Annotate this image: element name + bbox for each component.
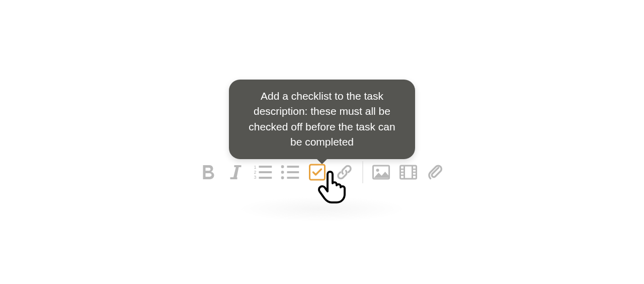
checklist-icon [309,164,326,181]
checklist-button[interactable] [308,163,327,181]
attachment-button[interactable] [427,163,445,181]
drop-shadow [236,196,408,222]
svg-rect-8 [259,177,272,179]
video-button[interactable] [399,163,418,181]
italic-button[interactable] [227,163,245,181]
image-icon [372,165,390,180]
unordered-list-icon [281,165,299,180]
svg-point-9 [281,165,284,168]
bold-icon [202,164,216,180]
ordered-list-icon: 1 2 3 [254,165,272,180]
ordered-list-button[interactable]: 1 2 3 [254,163,272,181]
video-icon [399,165,418,180]
tooltip: Add a checklist to the task description:… [229,80,415,159]
image-button[interactable] [372,163,390,181]
svg-rect-7 [259,171,272,173]
formatting-toolbar: 1 2 3 [200,161,445,183]
svg-text:3: 3 [254,175,257,180]
svg-point-10 [281,171,284,174]
link-button[interactable] [336,163,354,181]
svg-rect-12 [287,166,299,168]
italic-icon [229,164,243,180]
paperclip-icon [428,164,444,181]
tooltip-text: Add a checklist to the task description:… [249,90,395,148]
bold-button[interactable] [200,163,218,181]
svg-text:2: 2 [254,170,257,175]
svg-point-11 [281,176,284,179]
unordered-list-button[interactable] [281,163,299,181]
svg-rect-14 [287,177,299,179]
svg-text:1: 1 [254,165,257,170]
svg-point-17 [376,169,379,172]
toolbar-divider [363,161,363,183]
svg-rect-13 [287,171,299,173]
link-icon [336,164,353,181]
svg-rect-6 [259,166,272,168]
